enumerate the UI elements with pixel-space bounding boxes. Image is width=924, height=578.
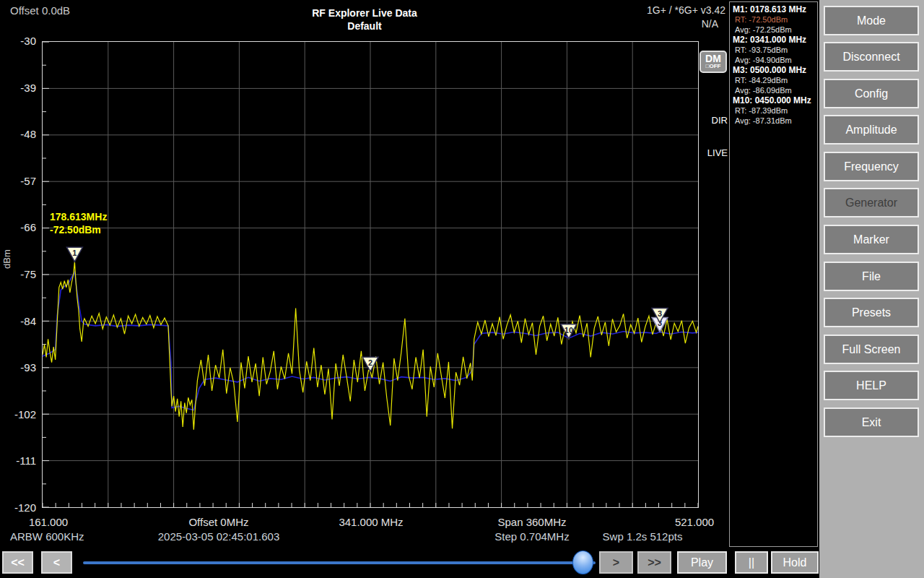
marker1-annotation: 178.613MHz -72.50dBm: [50, 210, 107, 236]
marker-avg: Avg: -94.90dBm: [733, 55, 814, 65]
marker-avg: Avg: -86.09dBm: [733, 85, 814, 95]
y-axis-label: -84: [0, 315, 36, 327]
help-button[interactable]: HELP: [824, 371, 919, 400]
marker-readout-m10: M10: 0450.000 MHz RT: -87.39dBm Avg: -87…: [733, 95, 814, 126]
marker1-annotation-level: -72.50dBm: [50, 223, 107, 236]
pause-button[interactable]: ||: [735, 551, 768, 574]
marker-avg: Avg: -87.31dBm: [733, 116, 814, 126]
presets-button[interactable]: Presets: [824, 298, 919, 327]
marker-title: M10: 0450.000 MHz: [733, 95, 814, 105]
config-button[interactable]: Config: [824, 79, 919, 108]
y-axis-label: -111: [0, 454, 36, 467]
frequency-button[interactable]: Frequency: [824, 152, 919, 181]
marker-title: M1: 0178.613 MHz: [733, 4, 814, 14]
rbw-label: ARBW 600KHz: [10, 530, 84, 543]
marker-readout-panel: M1: 0178.613 MHz RT: -72.50dBm Avg: -72.…: [729, 1, 818, 547]
y-axis-label: -39: [0, 82, 36, 94]
y-axis-label: -30: [0, 35, 36, 47]
sweep-position-slider-track[interactable]: [83, 561, 596, 564]
status-label: N/A: [617, 18, 718, 30]
span-label: Span 360MHz: [497, 516, 566, 528]
marker-readout-m2: M2: 0341.000 MHz RT: -93.75dBm Avg: -94.…: [733, 35, 814, 65]
y-axis-label: -120: [0, 501, 36, 514]
step-label: Step 0.704MHz: [494, 530, 569, 543]
marker-rt: RT: -72.50dBm: [733, 14, 814, 25]
marker-readout-m1: M1: 0178.613 MHz RT: -72.50dBm Avg: -72.…: [733, 4, 814, 35]
marker-button[interactable]: Marker: [824, 225, 919, 254]
y-axis-label: -66: [0, 221, 36, 233]
dm-off-icon: □OFF: [701, 64, 725, 69]
spectrum-chart: 312103: [43, 42, 698, 507]
marker-number: 1: [72, 249, 77, 257]
spectrum-plot[interactable]: 312103: [42, 41, 699, 508]
amplitude-button[interactable]: Amplitude: [824, 115, 919, 144]
marker-number: 2: [368, 358, 372, 367]
marker-title: M3: 0500.000 MHz: [733, 65, 814, 75]
mode-button[interactable]: Mode: [824, 6, 919, 35]
fullscreen-button[interactable]: Full Screen: [824, 335, 919, 364]
marker-title: M2: 0341.000 MHz: [733, 35, 814, 45]
chart-marker-2[interactable]: 2: [362, 357, 378, 371]
marker-rt: RT: -84.29dBm: [733, 75, 814, 85]
file-button[interactable]: File: [824, 262, 919, 291]
live-indicator: LIVE: [702, 147, 728, 158]
y-axis-label: -48: [0, 128, 36, 140]
generator-button: Generator: [824, 188, 919, 217]
dm-indicator-text: DM: [701, 53, 725, 64]
hold-button[interactable]: Hold: [771, 551, 819, 574]
disconnect-button[interactable]: Disconnect: [824, 42, 919, 72]
play-button[interactable]: Play: [677, 551, 727, 574]
frequency-offset-label: Offset 0MHz: [188, 516, 248, 528]
rf-explorer-app: Offset 0.0dB RF Explorer Live Data Defau…: [0, 0, 924, 578]
fast-forward-button[interactable]: >>: [637, 551, 671, 574]
marker-rt: RT: -87.39dBm: [733, 105, 814, 116]
dir-indicator: DIR: [706, 115, 728, 126]
sidebar: Mode Disconnect Config Amplitude Frequen…: [819, 0, 924, 578]
marker-number: 10: [565, 326, 573, 335]
timestamp-label: 2025-03-05 02:45:01.603: [158, 530, 279, 543]
marker1-annotation-freq: 178.613MHz: [50, 210, 107, 223]
device-version-label: 1G+ / *6G+ v3.42: [617, 4, 725, 16]
sweep-label: Swp 1.2s 512pts: [603, 530, 683, 543]
center-frequency-label: 341.000 MHz: [339, 516, 403, 528]
sweep-position-slider-thumb[interactable]: [572, 551, 593, 574]
step-back-button[interactable]: <: [41, 551, 72, 574]
y-axis-label: -57: [0, 175, 36, 187]
amplitude-offset-label: Offset 0.0dB: [10, 4, 70, 17]
y-axis-label: -75: [0, 268, 36, 280]
preset-name: Default: [220, 20, 509, 32]
chart-marker-1[interactable]: 1: [66, 247, 82, 262]
marker-rt: RT: -93.75dBm: [733, 45, 814, 55]
rewind-button[interactable]: <<: [2, 551, 33, 574]
y-axis-label: -102: [0, 408, 36, 420]
y-axis-unit-label: dBm: [1, 249, 12, 269]
dm-off-indicator[interactable]: DM □OFF: [699, 51, 727, 73]
marker-readout-m3: M3: 0500.000 MHz RT: -84.29dBm Avg: -86.…: [733, 65, 814, 95]
marker-avg: Avg: -72.25dBm: [733, 25, 814, 35]
y-axis-label: -93: [0, 361, 36, 374]
marker-number: 3: [658, 310, 662, 319]
start-frequency-label: 161.000: [29, 516, 68, 528]
stop-frequency-label: 521.000: [675, 516, 714, 528]
exit-button[interactable]: Exit: [824, 407, 919, 437]
page-title: RF Explorer Live Data: [220, 7, 509, 19]
step-forward-button[interactable]: >: [599, 551, 633, 574]
